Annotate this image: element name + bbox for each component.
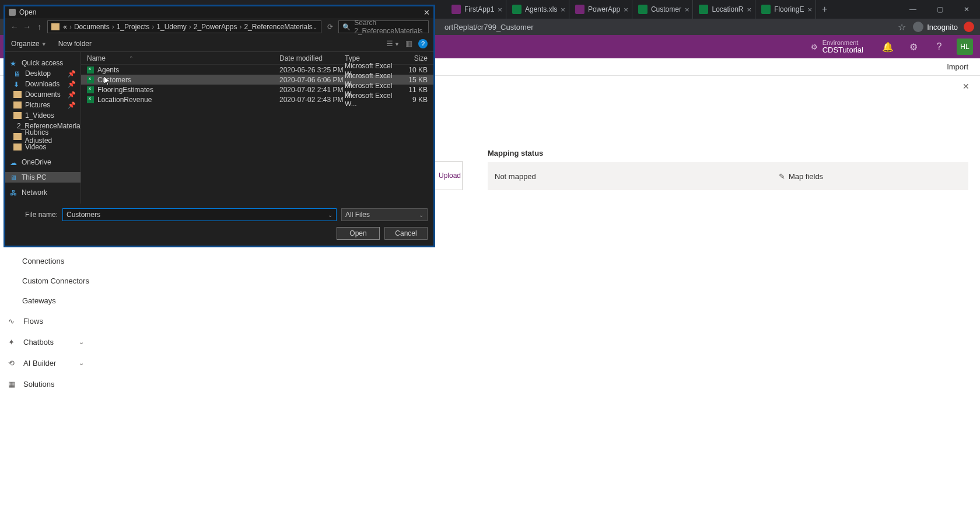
breadcrumb-separator: › (152, 23, 154, 31)
browser-tab[interactable]: Customer× (632, 0, 694, 19)
nav-label: This PC (22, 173, 47, 181)
nav-label: Documents (25, 90, 61, 99)
pin-icon: 📌 (68, 102, 76, 109)
new-folder-button[interactable]: New folder (58, 40, 92, 48)
bookmark-icon[interactable]: ☆ (898, 22, 906, 33)
browser-tab[interactable]: FlooringE× (755, 0, 816, 19)
import-button[interactable]: Import (947, 62, 968, 71)
extension-icon[interactable] (964, 22, 974, 32)
nav-videos[interactable]: Videos (5, 142, 80, 152)
star-icon: ★ (10, 60, 18, 66)
flow-icon: ∿ (8, 317, 18, 326)
close-icon[interactable]: × (807, 5, 812, 14)
nav-onedrive[interactable]: ☁OneDrive (5, 157, 80, 167)
nav-network[interactable]: 🖧Network (5, 187, 80, 198)
refresh-button[interactable]: ⟳ (325, 23, 335, 31)
mapping-status-value: Not mapped (488, 162, 634, 190)
incognito-badge[interactable]: Incognito (913, 22, 958, 32)
maximize-button[interactable]: ▢ (926, 0, 953, 19)
file-name: Agents (97, 66, 119, 74)
environment-icon[interactable]: ⚙ (811, 43, 818, 51)
column-size[interactable]: Size (401, 54, 433, 62)
nav-label: OneDrive (22, 158, 51, 166)
pencil-icon: ✎ (779, 172, 785, 181)
close-icon[interactable]: × (685, 5, 690, 14)
crumb[interactable]: 2_PowerApps (194, 23, 237, 31)
close-icon[interactable]: × (561, 5, 565, 14)
column-date[interactable]: Date modified (279, 54, 345, 62)
nav-rubrics[interactable]: Rubrics Adjusted (5, 131, 80, 142)
nav-downloads[interactable]: ⬇Downloads📌 (5, 79, 80, 89)
file-row[interactable]: LocationRevenue 2020-07-02 2:43 PM Micro… (81, 94, 433, 104)
minimize-button[interactable]: — (900, 0, 926, 19)
new-tab-button[interactable]: + (822, 4, 827, 15)
avatar[interactable]: HL (957, 38, 973, 55)
nav-pictures[interactable]: Pictures📌 (5, 100, 80, 110)
chevron-down-icon: ⌄ (419, 212, 424, 218)
nav-ai-builder[interactable]: ⟲AI Builder⌄ (0, 352, 92, 373)
nav-quick-access[interactable]: ★Quick access (5, 58, 80, 68)
column-name[interactable]: Name⌃ (81, 54, 279, 62)
excel-icon (761, 5, 771, 14)
help-icon[interactable]: ? (933, 41, 945, 52)
forward-button[interactable]: → (22, 22, 31, 32)
powerapps-icon (575, 5, 584, 14)
nav-chatbots[interactable]: ✦Chatbots⌄ (0, 331, 92, 352)
filter-value: All Files (345, 211, 370, 219)
environment-name: CDSTutorial (822, 46, 863, 54)
close-icon[interactable]: ✕ (963, 82, 970, 91)
dialog-titlebar[interactable]: Open ✕ (5, 6, 433, 18)
notifications-icon[interactable]: 🔔 (882, 41, 894, 52)
settings-icon[interactable]: ⚙ (908, 41, 919, 52)
excel-icon (87, 66, 94, 74)
nav-flows[interactable]: ∿Flows (0, 310, 92, 331)
path-dropdown-icon[interactable]: ⌄ (313, 24, 317, 30)
chevron-down-icon[interactable]: ⌄ (328, 212, 332, 218)
nav-desktop[interactable]: 🖥Desktop📌 (5, 68, 80, 79)
browser-tab[interactable]: LocationR× (693, 0, 755, 19)
organize-menu[interactable]: Organize▼ (11, 40, 47, 48)
nav-solutions[interactable]: ▦Solutions (0, 373, 92, 394)
close-icon[interactable]: × (624, 5, 628, 14)
view-mode-button[interactable]: ☰▼ (386, 39, 400, 48)
nav-1videos[interactable]: 1_Videos (5, 110, 80, 121)
breadcrumb-path[interactable]: « › Documents › 1_Projects › 1_Udemy › 2… (47, 20, 321, 33)
nav-this-pc[interactable]: 🖥This PC (5, 172, 80, 183)
close-icon[interactable]: ✕ (424, 8, 430, 17)
close-icon[interactable]: × (747, 5, 752, 14)
help-icon[interactable]: ? (418, 39, 428, 48)
downloads-icon: ⬇ (13, 80, 22, 88)
filename-input[interactable]: Customers⌄ (62, 208, 337, 221)
column-type[interactable]: Type (345, 54, 401, 62)
environment-selector[interactable]: Environment CDSTutorial (822, 39, 863, 54)
nav-connections[interactable]: Connections (0, 251, 92, 271)
search-input[interactable]: 🔍 Search 2_ReferenceMaterials (338, 20, 429, 33)
nav-gateways[interactable]: Gateways (0, 290, 92, 310)
nav-documents[interactable]: Documents📌 (5, 89, 80, 100)
browser-tab[interactable]: Agents.xls× (506, 0, 569, 19)
crumb[interactable]: Documents (74, 23, 110, 31)
browser-tab[interactable]: FirstApp1× (446, 0, 506, 19)
open-button[interactable]: Open (337, 227, 380, 240)
cancel-button[interactable]: Cancel (384, 227, 428, 240)
preview-pane-button[interactable]: ▥ (405, 39, 412, 48)
back-button[interactable]: ← (10, 22, 19, 32)
tab-title: FirstApp1 (464, 5, 494, 13)
folder-icon (13, 91, 22, 98)
file-type: Microsoft Excel W... (345, 92, 401, 108)
nav-custom-connectors[interactable]: Custom Connectors (0, 271, 92, 290)
file-filter-select[interactable]: All Files⌄ (341, 208, 428, 221)
map-fields-button[interactable]: ✎ Map fields (634, 162, 968, 190)
browser-tab[interactable]: PowerApp× (569, 0, 632, 19)
up-button[interactable]: ↑ (35, 22, 44, 32)
crumb[interactable]: 1_Projects (117, 23, 150, 31)
crumb-ellipsis[interactable]: « (63, 23, 67, 31)
file-name: LocationRevenue (97, 96, 152, 104)
nav-label: Pictures (25, 101, 50, 109)
url-text[interactable]: ortReplat/cr799_Customer (444, 23, 898, 32)
crumb[interactable]: 1_Udemy (156, 23, 186, 31)
close-icon[interactable]: × (498, 5, 502, 14)
close-button[interactable]: ✕ (953, 0, 980, 19)
crumb[interactable]: 2_ReferenceMaterials (244, 23, 312, 31)
chatbot-icon: ✦ (8, 338, 18, 346)
